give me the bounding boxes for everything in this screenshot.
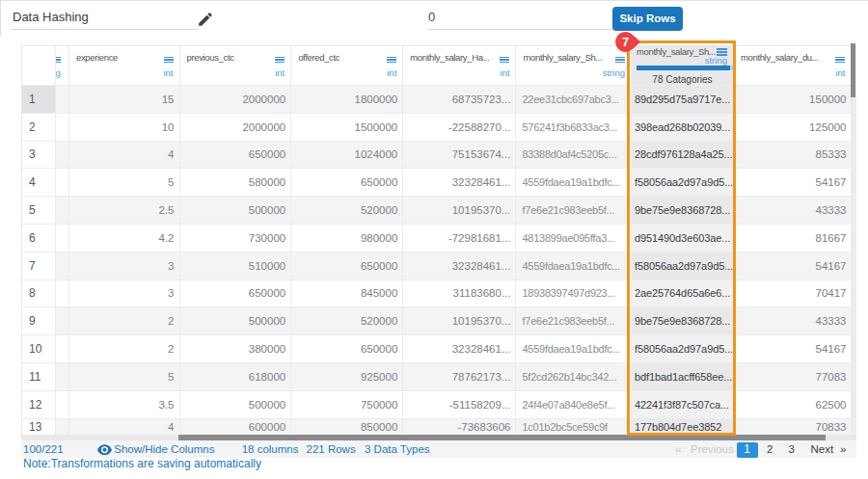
svg-text:7: 7 [621,35,628,49]
